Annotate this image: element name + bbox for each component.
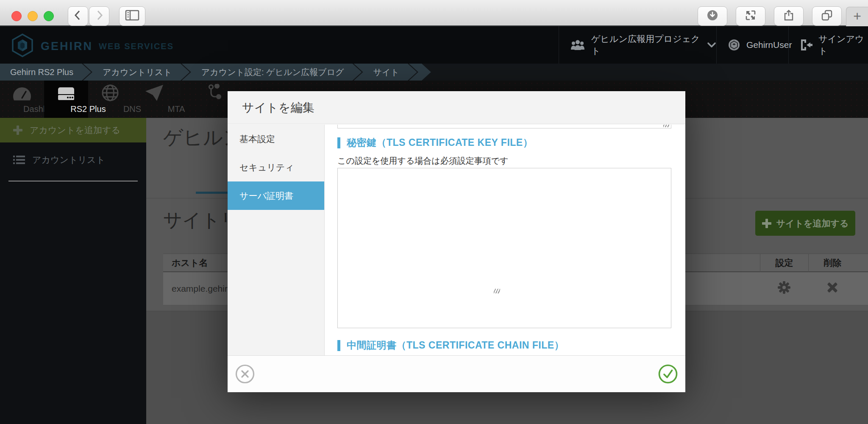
breadcrumb-item-account-settings[interactable]: アカウント設定: ゲヒルン広報ブログ — [182, 64, 362, 81]
resize-grip-icon[interactable] — [494, 289, 500, 293]
signout-icon — [800, 39, 812, 51]
gauge-icon — [0, 84, 44, 102]
project-switcher[interactable]: ゲヒルン広報用プロジェクト — [559, 26, 716, 64]
user-menu[interactable]: GehirnUser — [716, 26, 788, 64]
list-icon — [13, 155, 25, 165]
nav-item-rs2plus[interactable]: RS2 Plus — [44, 81, 88, 118]
tabs-icon — [821, 9, 833, 23]
download-icon — [707, 9, 718, 23]
breadcrumb: Gehirn RS2 Plus アカウントリスト アカウント設定: ゲヒルン広報… — [0, 64, 868, 81]
edit-site-modal: サイトを編集 基本設定 セキュリティ サーバ証明書 秘密鍵（TLS CERTIF… — [228, 91, 685, 392]
plus-icon — [762, 219, 771, 228]
plus-icon — [13, 125, 23, 135]
share-button[interactable] — [774, 6, 804, 26]
gehirn-hexagon-icon — [11, 33, 34, 59]
add-site-label: サイトを追加する — [776, 218, 849, 229]
sidebar-item-add-account[interactable]: アカウントを追加する — [0, 118, 146, 142]
back-icon — [73, 9, 83, 23]
x-icon — [826, 281, 839, 296]
breadcrumb-item-account-list[interactable]: アカウントリスト — [83, 64, 190, 81]
new-tab-button[interactable]: + — [846, 7, 868, 26]
add-site-button[interactable]: サイトを追加する — [755, 211, 855, 236]
minimize-window-button[interactable] — [28, 11, 38, 21]
cancel-button[interactable] — [235, 364, 255, 384]
gear-icon — [777, 281, 791, 296]
breadcrumb-item-sites[interactable]: サイト — [353, 64, 417, 81]
project-label: ゲヒルン広報用プロジェクト — [591, 33, 701, 57]
sidebar-divider — [8, 181, 138, 181]
paper-plane-icon — [132, 84, 176, 102]
project-group-icon — [570, 39, 585, 51]
server-icon — [44, 84, 88, 102]
submit-button[interactable] — [658, 364, 678, 384]
column-header-settings: 設定 — [760, 254, 808, 272]
close-circle-icon — [235, 364, 255, 384]
sidebar-item-label: アカウントリスト — [32, 154, 105, 166]
breadcrumb-item-rs2plus[interactable]: Gehirn RS2 Plus — [0, 64, 91, 81]
chevron-down-icon — [707, 42, 716, 48]
fullscreen-button[interactable] — [736, 6, 765, 26]
browser-titlebar: + — [0, 0, 868, 26]
nav-item-dashboard[interactable]: Dashboard — [0, 81, 44, 118]
account-sidebar: アカウントを追加する アカウントリスト — [0, 118, 146, 424]
app-window: + GEHIRN WEB SERVICES — [0, 0, 868, 424]
heading-accent-bar — [337, 137, 340, 148]
nav-item-dns[interactable]: DNS — [88, 81, 132, 118]
sidebar-toggle-icon — [125, 9, 140, 23]
check-circle-icon — [658, 364, 678, 384]
modal-nav-basic-settings[interactable]: 基本設定 — [228, 125, 324, 153]
sidebar-item-label: アカウントを追加する — [30, 124, 120, 136]
zoom-window-button[interactable] — [44, 11, 54, 21]
modal-content: 秘密鍵（TLS CERTIFICATE KEY FILE） この設定を使用する場… — [325, 125, 685, 355]
tab-overview-button[interactable] — [812, 6, 842, 26]
nav-item-mta[interactable]: MTA — [132, 81, 176, 118]
modal-nav-security[interactable]: セキュリティ — [228, 153, 324, 181]
downloads-button[interactable] — [698, 6, 727, 26]
column-header-delete: 削除 — [808, 254, 857, 272]
modal-nav-server-certificate[interactable]: サーバ証明書 — [228, 181, 324, 210]
app-header: GEHIRN WEB SERVICES ゲヒルン広報用プロジェクト — [0, 26, 868, 64]
sidebar-item-account-list[interactable]: アカウントリスト — [0, 142, 146, 177]
brand-suffix-text: WEB SERVICES — [99, 42, 174, 51]
sidebar-toggle-button[interactable] — [119, 6, 145, 26]
brand-text: GEHIRN — [41, 40, 93, 53]
chain-section-heading: 中間証明書（TLS CERTIFICATE CHAIN FILE） — [337, 339, 564, 352]
previous-textarea-clipped[interactable] — [337, 125, 671, 128]
forward-button[interactable] — [89, 6, 109, 26]
user-badge-icon — [728, 39, 740, 51]
forward-icon — [94, 9, 104, 23]
tls-key-textarea[interactable] — [337, 168, 671, 328]
signout-button[interactable]: サインアウト — [788, 26, 868, 64]
gehirn-logo[interactable]: GEHIRN WEB SERVICES — [11, 33, 174, 59]
signout-label: サインアウト — [818, 33, 868, 57]
row-settings-button[interactable] — [760, 281, 808, 296]
row-delete-button[interactable] — [808, 281, 857, 296]
close-window-button[interactable] — [11, 11, 22, 21]
back-button[interactable] — [68, 6, 88, 26]
share-icon — [783, 9, 795, 23]
modal-nav: 基本設定 セキュリティ サーバ証明書 — [228, 125, 325, 355]
resize-grip-icon[interactable] — [663, 125, 670, 127]
heading-accent-bar — [337, 340, 340, 351]
key-required-note: この設定を使用する場合は必須設定事項です — [337, 155, 509, 167]
key-section-heading: 秘密鍵（TLS CERTIFICATE KEY FILE） — [337, 136, 533, 149]
user-label: GehirnUser — [746, 40, 792, 50]
modal-title: サイトを編集 — [228, 91, 685, 124]
modal-footer — [228, 355, 685, 392]
fullscreen-icon — [745, 9, 757, 23]
globe-icon — [88, 84, 132, 102]
